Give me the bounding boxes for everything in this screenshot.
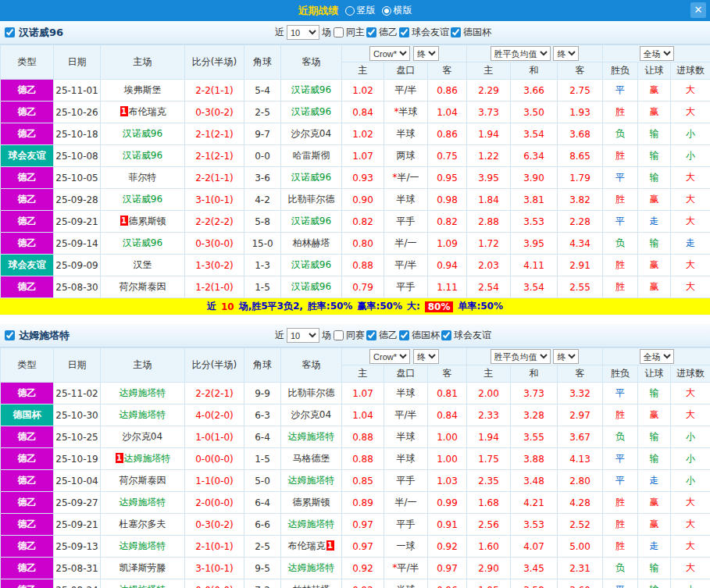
team-link[interactable]: 达姆施塔特 xyxy=(288,431,335,442)
team-link[interactable]: 汉诺威96 xyxy=(291,216,331,226)
team-link[interactable]: 汉诺威96 xyxy=(123,237,162,248)
team-link[interactable]: 柏林赫塔 xyxy=(293,584,330,588)
filter-option[interactable]: 德乙 xyxy=(366,329,398,342)
away-team[interactable]: 柏林赫塔 xyxy=(281,579,342,588)
away-team[interactable]: 达姆施塔特 xyxy=(281,470,342,492)
away-team[interactable]: 哈雷斯彻 xyxy=(281,145,342,167)
team-link[interactable]: 沙尔克04 xyxy=(123,431,162,442)
team-link[interactable]: 比勒菲尔德 xyxy=(288,387,335,398)
filter-option[interactable]: 球会友谊 xyxy=(399,26,449,39)
home-team[interactable]: 汉堡 xyxy=(101,255,185,276)
odds-source-select[interactable]: Crow* xyxy=(369,349,410,364)
filter-checkbox[interactable] xyxy=(366,330,376,340)
away-team[interactable]: 汉诺威96 xyxy=(281,167,342,189)
team-link[interactable]: 荷尔斯泰因 xyxy=(120,281,166,292)
team-link[interactable]: 荷尔斯泰因 xyxy=(120,475,166,486)
away-team[interactable]: 汉诺威96 xyxy=(281,211,342,233)
away-team[interactable]: 比勒菲尔德 xyxy=(281,383,342,404)
filter-checkbox[interactable] xyxy=(441,330,451,340)
team-link[interactable]: 汉诺威96 xyxy=(291,84,331,95)
home-team[interactable]: 达姆施塔特 xyxy=(101,383,185,404)
filter-option[interactable]: 德乙 xyxy=(366,26,398,39)
team-link[interactable]: 达姆施塔特 xyxy=(288,519,335,529)
team-link[interactable]: 汉堡 xyxy=(134,259,152,270)
filter-checkbox[interactable] xyxy=(366,27,376,37)
away-team[interactable]: 马格德堡 xyxy=(281,448,342,470)
home-team[interactable]: 汉诺威96 xyxy=(101,233,185,255)
home-team[interactable]: 杜塞尔多夫 xyxy=(101,514,185,536)
away-team[interactable]: 沙尔克04 xyxy=(281,404,342,426)
away-team[interactable]: 比勒菲尔德 xyxy=(281,189,342,211)
away-team[interactable]: 布伦瑞克1 xyxy=(281,536,342,558)
home-team[interactable]: 达姆施塔特 xyxy=(101,536,185,558)
home-team[interactable]: 1布伦瑞克 xyxy=(101,102,185,123)
away-team[interactable]: 汉诺威96 xyxy=(281,80,342,102)
team-link[interactable]: 达姆施塔特 xyxy=(120,409,166,420)
team-link[interactable]: 菲尔特 xyxy=(129,172,157,183)
layout-radio-vertical[interactable]: 竖版 xyxy=(345,4,376,17)
home-team[interactable]: 菲尔特 xyxy=(101,167,185,189)
away-team[interactable]: 德累斯顿 xyxy=(281,492,342,514)
team-link[interactable]: 达姆施塔特 xyxy=(120,584,166,588)
filter-option[interactable]: 同主 xyxy=(334,26,365,39)
away-team[interactable]: 汉诺威96 xyxy=(281,276,342,298)
final-odds-select[interactable]: 终 xyxy=(413,349,439,364)
team-link[interactable]: 汉诺威96 xyxy=(123,150,162,161)
team-select[interactable]: 达姆施塔特 xyxy=(5,329,70,343)
scope-select[interactable]: 全场 xyxy=(640,46,674,61)
team-link[interactable]: 哈雷斯彻 xyxy=(293,150,330,161)
home-team[interactable]: 1德累斯顿 xyxy=(101,211,185,233)
filter-option[interactable]: 德国杯 xyxy=(399,329,440,342)
home-team[interactable]: 达姆施塔特 xyxy=(101,492,185,514)
filter-option[interactable]: 球会友谊 xyxy=(441,329,491,342)
team-link[interactable]: 达姆施塔特 xyxy=(120,540,166,551)
home-team[interactable]: 汉诺威96 xyxy=(101,123,185,145)
team-link[interactable]: 沙尔克04 xyxy=(291,128,331,139)
team-link[interactable]: 汉诺威96 xyxy=(291,106,331,117)
home-team[interactable]: 汉诺威96 xyxy=(101,189,185,211)
team-link[interactable]: 沙尔克04 xyxy=(291,409,331,420)
home-team[interactable]: 1达姆施塔特 xyxy=(101,448,185,470)
home-team[interactable]: 凯泽斯劳滕 xyxy=(101,558,185,579)
team-link[interactable]: 汉诺威96 xyxy=(291,259,331,270)
team-checkbox[interactable] xyxy=(5,27,15,37)
home-team[interactable]: 沙尔克04 xyxy=(101,426,185,448)
euro-final-select[interactable]: 终 xyxy=(553,349,579,364)
match-count-select[interactable]: 10 xyxy=(287,328,319,343)
team-link[interactable]: 达姆施塔特 xyxy=(288,562,335,573)
team-link[interactable]: 汉诺威96 xyxy=(123,194,162,205)
home-team[interactable]: 汉诺威96 xyxy=(101,145,185,167)
team-link[interactable]: 达姆施塔特 xyxy=(124,453,171,464)
team-link[interactable]: 布伦瑞克 xyxy=(129,106,166,117)
team-link[interactable]: 汉诺威96 xyxy=(291,172,331,183)
team-link[interactable]: 凯泽斯劳滕 xyxy=(120,562,166,573)
away-team[interactable]: 达姆施塔特 xyxy=(281,514,342,536)
team-link[interactable]: 比勒菲尔德 xyxy=(288,194,335,205)
team-link[interactable]: 埃弗斯堡 xyxy=(124,84,162,95)
team-link[interactable]: 柏林赫塔 xyxy=(293,237,330,248)
filter-option[interactable]: 同赛 xyxy=(334,329,365,342)
away-team[interactable]: 达姆施塔特 xyxy=(281,558,342,579)
home-team[interactable]: 荷尔斯泰因 xyxy=(101,276,185,298)
home-team[interactable]: 埃弗斯堡 xyxy=(101,80,185,102)
home-team[interactable]: 达姆施塔特 xyxy=(101,579,185,588)
euro-mean-select[interactable]: 胜平负均值 xyxy=(491,349,551,364)
team-link[interactable]: 德累斯顿 xyxy=(293,497,330,508)
scope-select[interactable]: 全场 xyxy=(640,349,674,364)
away-team[interactable]: 汉诺威96 xyxy=(281,255,342,276)
away-team[interactable]: 达姆施塔特 xyxy=(281,426,342,448)
team-link[interactable]: 杜塞尔多夫 xyxy=(120,519,166,529)
team-link[interactable]: 德累斯顿 xyxy=(129,216,166,226)
close-button[interactable]: ✕ xyxy=(690,2,706,18)
home-team[interactable]: 达姆施塔特 xyxy=(101,404,185,426)
team-link[interactable]: 达姆施塔特 xyxy=(288,475,335,486)
team-link[interactable]: 汉诺威96 xyxy=(123,128,162,139)
filter-checkbox[interactable] xyxy=(399,330,409,340)
odds-source-select[interactable]: Crow* xyxy=(369,46,410,61)
team-link[interactable]: 达姆施塔特 xyxy=(120,497,166,508)
team-link[interactable]: 马格德堡 xyxy=(293,453,330,464)
home-team[interactable]: 荷尔斯泰因 xyxy=(101,470,185,492)
away-team[interactable]: 沙尔克04 xyxy=(281,123,342,145)
team-checkbox[interactable] xyxy=(5,330,15,340)
away-team[interactable]: 汉诺威96 xyxy=(281,102,342,123)
